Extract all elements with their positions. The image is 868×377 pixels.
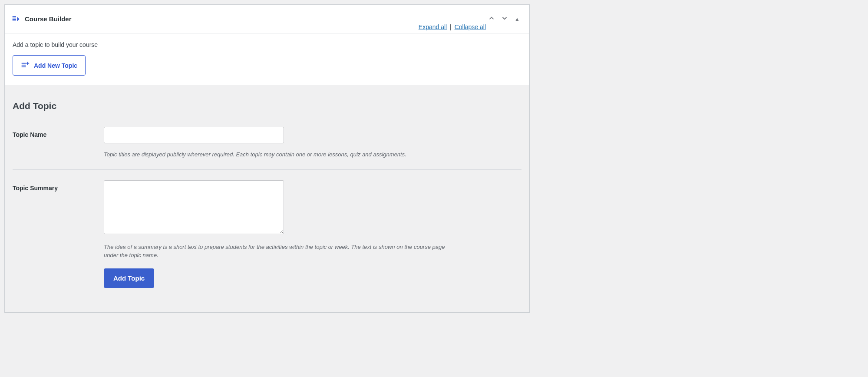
panel-toggle-button[interactable]: ▲: [512, 14, 522, 24]
chevron-down-icon: [501, 14, 508, 23]
move-up-button[interactable]: [486, 13, 497, 25]
panel-body-top: Add a topic to build your course Add New…: [5, 33, 529, 85]
svg-rect-3: [13, 20, 16, 21]
add-topic-submit-label: Add Topic: [113, 274, 145, 282]
link-separator: |: [450, 23, 453, 30]
instruction-text: Add a topic to build your course: [13, 41, 521, 48]
topic-summary-input[interactable]: [104, 180, 284, 234]
panel-header: Course Builder Expand all | Collapse all: [5, 5, 529, 33]
add-topic-submit-button[interactable]: Add Topic: [104, 268, 154, 288]
add-new-topic-label: Add New Topic: [34, 62, 77, 69]
collapse-all-link[interactable]: Collapse all: [455, 23, 486, 30]
triangle-up-icon: ▲: [515, 16, 520, 22]
header-controls: ▲: [486, 13, 522, 25]
topic-name-row: Topic Name Topic titles are displayed pu…: [13, 127, 521, 170]
add-topic-section: Add Topic Topic Name Topic titles are di…: [5, 85, 529, 312]
topic-name-content: Topic titles are displayed publicly wher…: [104, 127, 521, 159]
move-down-button[interactable]: [499, 13, 510, 25]
expand-all-link[interactable]: Expand all: [419, 23, 447, 30]
topic-summary-label: Topic Summary: [13, 180, 104, 192]
add-topic-icon: [21, 61, 30, 70]
topic-summary-row: Topic Summary The idea of a summary is a…: [13, 180, 521, 298]
topic-name-label: Topic Name: [13, 127, 104, 138]
svg-rect-2: [13, 19, 16, 20]
topic-name-input[interactable]: [104, 127, 284, 143]
svg-rect-1: [13, 17, 16, 18]
topic-summary-help: The idea of a summary is a short text to…: [104, 243, 455, 260]
panel-title: Course Builder: [25, 15, 486, 23]
svg-rect-0: [13, 16, 16, 17]
course-builder-icon: [12, 15, 20, 23]
add-topic-heading: Add Topic: [13, 101, 521, 111]
topic-summary-content: The idea of a summary is a short text to…: [104, 180, 521, 288]
topic-name-help: Topic titles are displayed publicly wher…: [104, 150, 455, 159]
course-builder-panel: Course Builder Expand all | Collapse all: [4, 4, 530, 313]
add-new-topic-button[interactable]: Add New Topic: [13, 55, 86, 76]
expand-collapse-links: Expand all | Collapse all: [419, 23, 486, 30]
chevron-up-icon: [488, 14, 495, 23]
